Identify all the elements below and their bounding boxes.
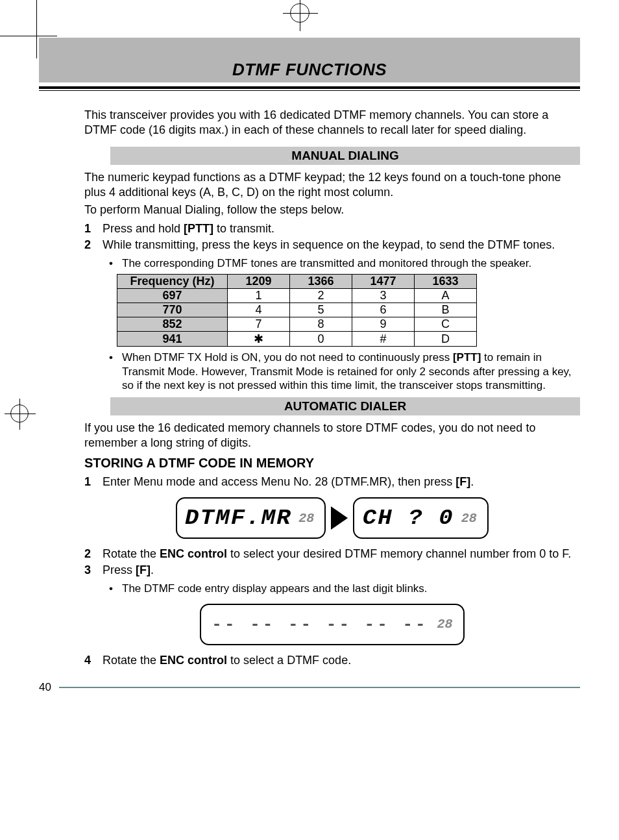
bullet-item: • When DTMF TX Hold is ON, you do not ne…: [109, 351, 580, 392]
subheading: STORING A DTMF CODE IN MEMORY: [84, 456, 580, 471]
lcd-menu-number: 28: [298, 511, 314, 526]
body-text: If you use the 16 dedicated memory chann…: [84, 421, 580, 451]
page-number: 40: [39, 681, 51, 694]
lcd-illustration-row: -- -- -- -- -- -- 28: [84, 604, 580, 645]
registration-mark: [10, 404, 29, 423]
divider: [39, 86, 580, 89]
step-number: 1: [84, 475, 103, 489]
step-text: Press [F].: [103, 563, 580, 578]
page-title: DTMF FUNCTIONS: [39, 60, 580, 80]
table-header: 1366: [290, 275, 352, 289]
step-number: 3: [84, 563, 103, 578]
lcd-main-text: DTMF.MR: [185, 506, 292, 530]
crop-mark: [0, 36, 57, 36]
lcd-main-text: CH ? 0: [363, 506, 454, 530]
step-item: 1 Press and hold [PTT] to transmit.: [84, 221, 580, 236]
step-text: Press and hold [PTT] to transmit.: [103, 221, 580, 236]
bullet-item: •The corresponding DTMF tones are transm…: [109, 256, 580, 270]
step-text: Rotate the ENC control to select a DTMF …: [103, 653, 580, 668]
step-number: 1: [84, 221, 103, 236]
lcd-screen: DTMF.MR 28: [176, 497, 326, 539]
section-heading-manual: MANUAL DIALING: [110, 147, 580, 165]
table-header: 1477: [352, 275, 415, 289]
arrow-right-icon: [331, 506, 348, 530]
section-heading-auto: AUTOMATIC DIALER: [110, 397, 580, 415]
lcd-screen: CH ? 0 28: [353, 497, 488, 539]
lcd-main-text: -- -- -- -- -- --: [212, 615, 428, 634]
lcd-illustration-row: DTMF.MR 28 CH ? 0 28: [84, 497, 580, 539]
step-number: 4: [84, 653, 103, 668]
step-number: 2: [84, 547, 103, 562]
body-text: The numeric keypad functions as a DTMF k…: [84, 170, 580, 200]
lcd-menu-number: 28: [437, 617, 453, 632]
table-row: 852 7 8 9 C: [117, 317, 477, 332]
registration-mark: [290, 3, 310, 23]
bullet-item: •The DTMF code entry display appears and…: [109, 582, 580, 595]
table-row: 941 ✱ 0 # D: [117, 332, 477, 347]
table-header: 1633: [415, 275, 477, 289]
step-text: While transmitting, press the keys in se…: [103, 238, 580, 253]
table-row: 697 1 2 3 A: [117, 289, 477, 303]
dtmf-frequency-table: Frequency (Hz) 1209 1366 1477 1633 697 1…: [117, 274, 477, 347]
intro-text: This transceiver provides you with 16 de…: [84, 108, 580, 138]
step-item: 2 Rotate the ENC control to select your …: [84, 547, 580, 562]
page-footer: 40: [39, 681, 580, 694]
footer-rule: [59, 687, 580, 688]
lcd-menu-number: 28: [461, 511, 477, 526]
table-row: 770 4 5 6 B: [117, 303, 477, 317]
step-item: 4 Rotate the ENC control to select a DTM…: [84, 653, 580, 668]
step-number: 2: [84, 238, 103, 253]
step-text: Rotate the ENC control to select your de…: [103, 547, 580, 562]
step-item: 3 Press [F].: [84, 563, 580, 578]
page-title-band: DTMF FUNCTIONS: [39, 38, 580, 82]
body-text: To perform Manual Dialing, follow the st…: [84, 203, 580, 217]
table-header: Frequency (Hz): [117, 275, 228, 289]
step-text: Enter Menu mode and access Menu No. 28 (…: [103, 475, 580, 489]
crop-mark: [36, 0, 37, 58]
table-header: 1209: [228, 275, 290, 289]
step-item: 1 Enter Menu mode and access Menu No. 28…: [84, 475, 580, 489]
step-item: 2 While transmitting, press the keys in …: [84, 238, 580, 253]
divider: [39, 90, 580, 91]
lcd-screen: -- -- -- -- -- -- 28: [200, 604, 464, 645]
